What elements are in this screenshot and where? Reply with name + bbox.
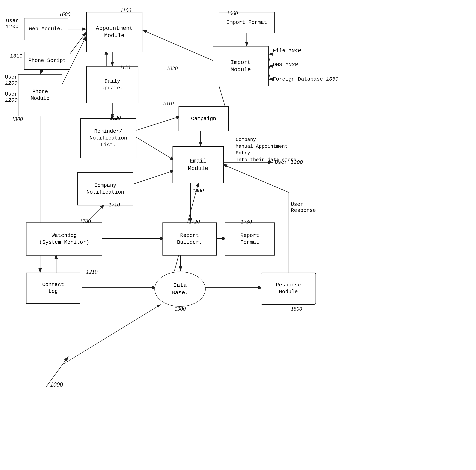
appointment-module-box: AppointmentModule [86, 12, 142, 52]
diagram-container: Web Module. Phone Script PhoneModule App… [0, 0, 476, 470]
campaign-box: Campaign [179, 106, 229, 131]
appointment-module-label: AppointmentModule [96, 25, 133, 39]
ref-1900: 1900 [174, 306, 186, 312]
ref-1710: 1710 [109, 201, 120, 208]
report-builder-box: ReportBuilder. [162, 223, 217, 256]
email-module-box: EmailModule [172, 146, 224, 183]
ref-1730: 1730 [241, 218, 252, 225]
contact-log-box: ContactLog [26, 273, 80, 304]
phone-module-box: PhoneModule [18, 74, 62, 116]
ref-1100: 1100 [120, 7, 131, 14]
svg-line-4 [68, 32, 86, 56]
svg-line-36 [62, 305, 160, 365]
svg-line-27 [223, 164, 289, 193]
svg-line-17 [142, 30, 217, 62]
watchdog-box: Watchdog(System Monitor) [26, 223, 102, 256]
ref-user-1200-c: User1200 [5, 91, 17, 103]
svg-line-35 [136, 116, 181, 130]
database-label: DataBase. [171, 282, 188, 296]
svg-line-10 [132, 170, 174, 184]
ref-1700: 1700 [80, 218, 91, 225]
ref-user-1200-b: User1200 [5, 74, 17, 86]
ref-1300: 1300 [12, 116, 23, 122]
ref-1720: 1720 [188, 218, 200, 225]
import-module-box: ImportModule [213, 46, 269, 86]
company-notification-box: CompanyNotification [77, 172, 133, 205]
ref-1120: 1120 [110, 115, 121, 121]
ref-1310: 1310 [10, 53, 22, 59]
email-module-label: EmailModule [188, 158, 208, 172]
report-format-box: ReportFormat [225, 223, 275, 256]
daily-update-box: DailyUpdate. [86, 66, 138, 103]
web-module-box: Web Module. [24, 18, 68, 40]
ref-user-1200-a: User1200 [6, 18, 18, 30]
report-builder-label: ReportBuilder. [177, 232, 202, 246]
database-ellipse: DataBase. [154, 272, 206, 307]
daily-update-label: DailyUpdate. [101, 78, 123, 92]
reminder-notification-label: Reminder/NotificationList. [89, 128, 127, 148]
response-module-label: ResponseModule [276, 282, 301, 295]
company-notification-label: CompanyNotification [86, 182, 124, 196]
ref-user-response: UserResponse [291, 201, 316, 213]
ref-dms-1030: DMS 1030 [273, 62, 298, 68]
ref-1010: 1010 [162, 100, 174, 107]
ref-1020: 1020 [167, 65, 178, 72]
web-module-label: Web Module. [29, 26, 63, 32]
ref-company-manual: CompanyManual Appointment EntryInto thei… [236, 136, 300, 163]
ref-1400: 1400 [193, 187, 204, 194]
watchdog-label: Watchdog(System Monitor) [39, 232, 89, 246]
ref-foreign-db-1050: Foreign Database 1050 [273, 76, 339, 82]
phone-module-label: PhoneModule [31, 88, 50, 102]
response-module-box: ResponseModule [261, 273, 316, 305]
ref-1600: 1600 [59, 11, 70, 17]
import-format-label: Import Format [226, 19, 267, 26]
ref-1110: 1110 [120, 64, 130, 71]
ref-file-1040: File 1040 [273, 48, 301, 54]
campaign-label: Campaign [191, 115, 216, 122]
reminder-notification-box: Reminder/NotificationList. [80, 118, 136, 158]
ref-1060: 1060 [227, 10, 238, 16]
contact-log-label: ContactLog [42, 281, 64, 295]
svg-line-9 [136, 137, 174, 160]
report-format-label: ReportFormat [240, 232, 259, 246]
ref-1500: 1500 [291, 306, 302, 312]
ref-1210: 1210 [86, 269, 98, 275]
ref-1000: 1000 [50, 381, 63, 388]
phone-script-box: Phone Script [24, 52, 70, 70]
phone-script-label: Phone Script [28, 57, 66, 64]
import-module-label: ImportModule [231, 59, 251, 74]
